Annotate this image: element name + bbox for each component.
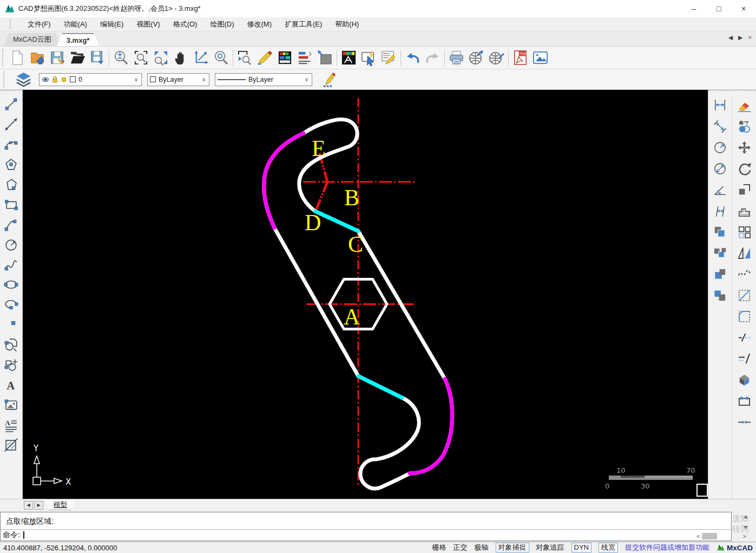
toggle-grid[interactable]: 栅格 [432, 543, 446, 552]
dim-radius-icon[interactable] [711, 139, 728, 156]
tab-close-icon[interactable]: × [748, 34, 752, 41]
ellipse-tool-icon[interactable] [3, 276, 20, 293]
zoom-window-icon[interactable] [131, 48, 151, 68]
scroll-right-icon[interactable]: > [743, 533, 746, 539]
dim-diameter-icon[interactable] [711, 160, 728, 177]
command-horizontal-scrollbar[interactable]: < > [696, 532, 746, 541]
scroll-thumb[interactable] [702, 533, 717, 539]
menu-help[interactable]: 帮助(H) [335, 19, 359, 29]
linetype-select[interactable]: ByLayer ∨ [215, 73, 312, 86]
open-project-icon[interactable] [27, 48, 47, 68]
scale-icon[interactable] [736, 181, 753, 198]
insert-block-tool-icon[interactable] [3, 336, 20, 353]
join-icon[interactable] [736, 413, 753, 431]
command-window[interactable]: 点取缩放区域: 命令: [0, 512, 732, 541]
copy-icon[interactable] [736, 118, 753, 135]
scroll-corner-box[interactable] [697, 484, 707, 496]
menu-ext-tools[interactable]: 扩展工具(E) [285, 19, 322, 29]
paste-block-icon[interactable] [711, 287, 728, 304]
tab-scroll-left-icon[interactable]: ◀ [728, 34, 733, 41]
web-update-icon[interactable] [487, 48, 507, 68]
toggle-lineweight[interactable]: 线宽 [599, 543, 618, 552]
circle-tool-icon[interactable] [3, 236, 20, 253]
arc-tool-icon[interactable] [3, 135, 20, 153]
menu-edit[interactable]: 编辑(E) [100, 19, 123, 29]
text-tool-icon[interactable]: A [3, 376, 20, 393]
copy-with-base-icon[interactable] [711, 244, 728, 262]
menu-function[interactable]: 功能(A) [64, 19, 87, 29]
minimize-button[interactable]: – [681, 0, 706, 17]
maximize-button[interactable]: □ [706, 0, 731, 17]
zoom-extents-icon[interactable] [151, 48, 171, 68]
make-block-tool-icon[interactable] [3, 356, 20, 373]
label-A[interactable]: A [344, 304, 360, 329]
chamfer-icon[interactable] [736, 287, 753, 304]
layout-prev-icon[interactable]: ◀ [24, 501, 33, 510]
pdf-export-icon[interactable]: PDF [510, 48, 530, 68]
break-at-point-icon[interactable] [736, 350, 753, 367]
rotate-icon[interactable] [736, 160, 753, 177]
web-publish-icon[interactable] [466, 48, 487, 68]
polyline-tool-icon[interactable] [3, 216, 20, 233]
offset-icon[interactable] [736, 202, 753, 219]
menu-file[interactable]: 文件(F) [28, 19, 51, 29]
menu-modify[interactable]: 修改(M) [247, 19, 272, 29]
hatch-tool-icon[interactable] [3, 436, 20, 453]
text-style-icon[interactable] [339, 48, 359, 68]
scroll-left-icon[interactable]: < [696, 533, 700, 539]
new-file-icon[interactable] [7, 48, 27, 68]
line-tool-icon[interactable] [3, 95, 20, 113]
layout-view-icon[interactable] [315, 48, 335, 68]
draw-color-pencil-icon[interactable] [318, 70, 338, 89]
array-icon[interactable] [736, 223, 753, 240]
menu-draw[interactable]: 绘图(D) [210, 19, 234, 29]
pedit-icon[interactable] [736, 392, 753, 409]
zoom-in-icon[interactable] [111, 48, 131, 68]
select-filter-icon[interactable] [359, 48, 379, 68]
named-view-icon[interactable] [235, 48, 255, 68]
model-space[interactable]: E B C D A Y X [23, 90, 708, 499]
drawing-canvas[interactable]: E B C D A Y X [23, 90, 708, 499]
menu-view[interactable]: 视图(V) [136, 19, 160, 29]
tab-current-drawing[interactable]: 3.mxg* [57, 33, 100, 46]
dim-angular-icon[interactable] [711, 181, 728, 198]
zoom-center-icon[interactable] [211, 48, 231, 68]
break-icon[interactable] [736, 329, 753, 346]
save-as-icon[interactable] [87, 48, 107, 68]
sketch-pencil-icon[interactable] [255, 48, 275, 68]
image-tool-icon[interactable] [3, 396, 20, 413]
pan-icon[interactable] [171, 48, 191, 68]
mirror-icon[interactable] [736, 244, 753, 262]
zoom-dynamic-icon[interactable] [191, 48, 211, 68]
xline-tool-icon[interactable] [3, 115, 20, 133]
ellipse-arc-tool-icon[interactable] [3, 296, 20, 313]
polygon-tool-icon[interactable] [3, 155, 20, 173]
tab-scroll-right-icon[interactable]: ▶ [738, 34, 742, 41]
command-input-line[interactable]: 命令: [1, 529, 731, 541]
toggle-osnap[interactable]: 对象捕捉 [496, 543, 529, 552]
color-palette-icon[interactable] [275, 48, 295, 68]
toggle-otrack[interactable]: 对象追踪 [536, 543, 564, 552]
linetype-list-icon[interactable] [295, 48, 315, 68]
mtext-tool-icon[interactable]: A [3, 416, 20, 433]
tab-mxcad-cloud[interactable]: MxCAD云图 [3, 33, 61, 46]
layers-icon[interactable] [14, 70, 34, 89]
scroll-down-icon[interactable] [744, 526, 748, 529]
move-icon[interactable] [736, 139, 753, 156]
layout-next-icon[interactable]: ▶ [34, 501, 43, 510]
dim-rotated-icon[interactable] [711, 202, 728, 219]
layer-select[interactable]: 0 ∨ [39, 73, 142, 86]
color-select[interactable]: ByLayer ∨ [147, 73, 209, 86]
spline-tool-icon[interactable] [3, 256, 20, 273]
label-C[interactable]: C [348, 232, 363, 257]
toggle-polar[interactable]: 极轴 [475, 543, 489, 552]
toggle-ortho[interactable]: 正交 [453, 543, 468, 552]
dim-aligned-icon[interactable] [711, 118, 728, 135]
close-button[interactable]: × [731, 0, 756, 17]
label-B[interactable]: B [344, 185, 359, 210]
paste-clip-icon[interactable] [711, 265, 728, 283]
erase-icon[interactable] [736, 96, 753, 114]
dim-linear-icon[interactable] [711, 96, 728, 114]
explode-icon[interactable] [736, 371, 753, 388]
polygon-irregular-tool-icon[interactable] [3, 175, 20, 193]
